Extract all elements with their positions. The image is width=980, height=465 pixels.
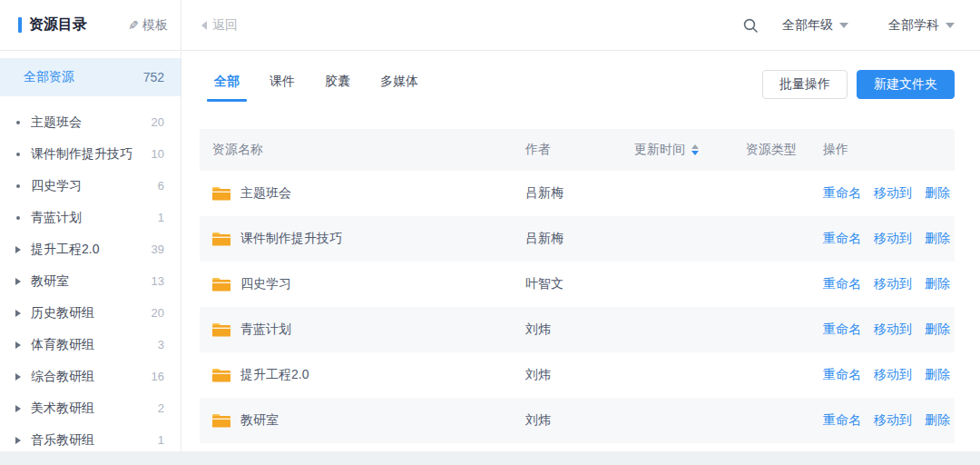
template-button-label: 模板 (142, 17, 168, 34)
new-folder-button[interactable]: 新建文件夹 (857, 70, 955, 99)
sidebar-folder-item[interactable]: 四史学习 6 (0, 170, 181, 202)
sidebar-folder-count: 13 (152, 274, 164, 288)
sidebar-folder-item[interactable]: 美术教研组 2 (0, 392, 181, 424)
collapsed-triangle-icon (11, 437, 25, 444)
resource-name-cell[interactable]: 提升工程2.0 (200, 367, 513, 383)
rename-link[interactable]: 重命名 (823, 322, 861, 338)
sidebar-folder-item[interactable]: 历史教研组 20 (0, 297, 181, 329)
resource-name-cell[interactable]: 课件制作提升技巧 (200, 231, 513, 247)
delete-link[interactable]: 删除 (925, 276, 950, 292)
sidebar-folder-item[interactable]: 音乐教研组 1 (0, 424, 181, 456)
sidebar-folder-item[interactable]: 体育教研组 3 (0, 329, 181, 361)
table-body: 主题班会 吕新梅 重命名 移动到 删除 课件制作提升技巧 吕新梅 重命名 移动到… (200, 171, 955, 443)
top-bar: 资源目录 ✎ 模板 返回 全部年级 (0, 0, 980, 51)
sort-toggle[interactable] (691, 144, 699, 155)
sidebar-folder-count: 39 (152, 242, 164, 256)
back-button[interactable]: 返回 (201, 17, 238, 34)
rename-link[interactable]: 重命名 (823, 367, 861, 383)
batch-operations-button[interactable]: 批量操作 (762, 70, 848, 99)
tab-capsule[interactable]: 胶囊 (310, 66, 365, 102)
grade-filter-dropdown[interactable]: 全部年级 (782, 17, 848, 34)
sidebar-folder-count: 2 (158, 401, 164, 415)
author-cell: 刘炜 (513, 322, 622, 338)
collapsed-triangle-icon (11, 310, 25, 317)
sidebar-folder-label: 历史教研组 (25, 305, 152, 322)
template-button[interactable]: ✎ 模板 (128, 17, 168, 34)
folder-icon (212, 368, 230, 382)
edit-pencil-icon: ✎ (128, 18, 139, 33)
resource-name: 课件制作提升技巧 (240, 231, 342, 247)
collapsed-triangle-icon (11, 246, 25, 253)
rename-link[interactable]: 重命名 (823, 185, 861, 202)
subject-filter-dropdown[interactable]: 全部学科 (888, 17, 955, 34)
title-accent-bar (18, 17, 22, 33)
row-actions: 重命名 移动到 删除 (810, 322, 955, 338)
sidebar-folder-item[interactable]: 教研室 13 (0, 265, 181, 297)
panel-title: 资源目录 (18, 15, 87, 35)
move-link[interactable]: 移动到 (874, 322, 912, 338)
folder-icon (212, 322, 230, 337)
sidebar-folder-item[interactable]: 主题班会 20 (0, 106, 181, 138)
collapsed-triangle-icon (11, 341, 25, 349)
delete-link[interactable]: 删除 (925, 185, 950, 202)
resource-name-cell[interactable]: 主题班会 (200, 185, 513, 202)
tab-all[interactable]: 全部 (200, 66, 254, 102)
row-actions: 重命名 移动到 删除 (810, 367, 955, 383)
sidebar-folder-label: 四史学习 (25, 178, 158, 194)
collapsed-triangle-icon (11, 278, 25, 285)
tab-courseware[interactable]: 课件 (255, 66, 309, 102)
resource-table: 资源名称 作者 更新时间 资源类型 操作 主题班会 (200, 129, 955, 443)
sidebar-folder-item[interactable]: 综合教研组 16 (0, 361, 181, 392)
all-resources-label: 全部资源 (24, 69, 74, 85)
delete-link[interactable]: 删除 (925, 322, 950, 338)
rename-link[interactable]: 重命名 (823, 412, 861, 429)
move-link[interactable]: 移动到 (874, 367, 912, 383)
column-header-updated: 更新时间 (622, 142, 733, 158)
move-link[interactable]: 移动到 (874, 231, 912, 247)
table-row: 课件制作提升技巧 吕新梅 重命名 移动到 删除 (200, 216, 955, 262)
search-button[interactable] (742, 17, 759, 34)
move-link[interactable]: 移动到 (874, 185, 912, 202)
filters: 全部年级 全部学科 (782, 17, 955, 34)
rename-link[interactable]: 重命名 (823, 276, 861, 292)
resource-name-cell[interactable]: 青蓝计划 (200, 322, 513, 338)
table-row: 主题班会 吕新梅 重命名 移动到 删除 (200, 171, 955, 216)
sidebar-folder-count: 1 (158, 211, 164, 224)
row-actions: 重命名 移动到 删除 (810, 276, 955, 292)
sidebar-folder-label: 综合教研组 (25, 369, 152, 385)
sidebar-folder-label: 美术教研组 (25, 401, 158, 417)
sidebar-folder-count: 20 (152, 115, 164, 129)
move-link[interactable]: 移动到 (874, 412, 912, 429)
grade-filter-value: 全部年级 (782, 17, 833, 34)
sidebar-folder-label: 青蓝计划 (25, 210, 158, 226)
folder-icon (212, 413, 230, 428)
column-header-author: 作者 (513, 142, 622, 158)
delete-link[interactable]: 删除 (925, 231, 950, 247)
bullet-dot-icon (11, 121, 25, 124)
resource-name-cell[interactable]: 教研室 (200, 412, 513, 429)
delete-link[interactable]: 删除 (925, 367, 950, 383)
resource-name: 教研室 (240, 412, 279, 429)
sidebar-folder-count: 16 (152, 370, 164, 383)
all-resources-count: 752 (143, 70, 164, 84)
sidebar-folder-label: 教研室 (25, 273, 152, 290)
subject-filter-value: 全部学科 (888, 17, 939, 34)
tab-multimedia[interactable]: 多媒体 (366, 66, 433, 102)
rename-link[interactable]: 重命名 (823, 231, 861, 247)
sidebar-folder-item[interactable]: 提升工程2.0 39 (0, 233, 181, 265)
sidebar-item-all-resources[interactable]: 全部资源 752 (0, 58, 181, 96)
sidebar-folder-label: 体育教研组 (25, 337, 158, 353)
delete-link[interactable]: 删除 (925, 412, 950, 429)
search-icon (742, 17, 759, 34)
resource-name-cell[interactable]: 四史学习 (200, 276, 513, 292)
sidebar-folder-item[interactable]: 课件制作提升技巧 10 (0, 138, 181, 170)
bullet-dot-icon (11, 184, 25, 188)
table-row: 教研室 刘炜 重命名 移动到 删除 (200, 398, 955, 443)
sidebar-folder-item[interactable]: 青蓝计划 1 (0, 202, 181, 233)
move-link[interactable]: 移动到 (874, 276, 912, 292)
sidebar-header: 资源目录 ✎ 模板 (0, 0, 181, 50)
column-header-updated-label: 更新时间 (634, 142, 685, 158)
top-bar-right: 返回 全部年级 全部学科 (181, 0, 980, 50)
back-label: 返回 (212, 17, 238, 34)
resource-catalog-app: 资源目录 ✎ 模板 返回 全部年级 (0, 0, 980, 451)
